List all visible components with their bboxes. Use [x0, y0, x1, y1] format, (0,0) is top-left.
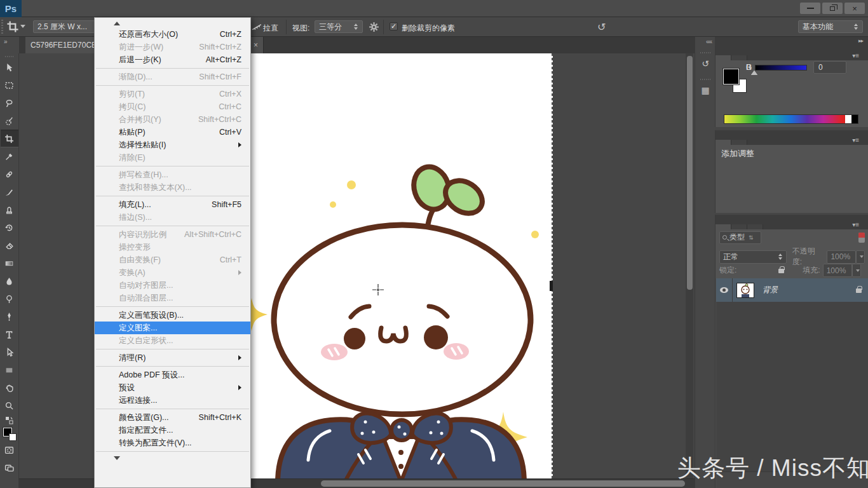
- layer-name[interactable]: 背景: [763, 285, 778, 295]
- edit-menu-item[interactable]: 填充(L)... Shift+F5: [95, 198, 250, 211]
- edit-menu-item[interactable]: 远程连接...: [95, 394, 250, 407]
- dock-collapse-arrows[interactable]: ««: [706, 38, 712, 45]
- blur-tool[interactable]: [1, 272, 18, 290]
- edit-menu-item[interactable]: [95, 304, 250, 309]
- dodge-tool[interactable]: [1, 290, 18, 308]
- edit-menu-item[interactable]: 选择性粘贴(I): [95, 139, 250, 151]
- edit-menu-item[interactable]: [95, 83, 250, 88]
- exposure[interactable]: [808, 161, 821, 173]
- vertical-scrollbar-thumb[interactable]: [687, 56, 693, 290]
- crop-preset-arrow-icon[interactable]: [20, 25, 25, 28]
- zoom-tool[interactable]: [1, 396, 18, 414]
- edit-menu-item[interactable]: [95, 449, 250, 454]
- horizontal-scrollbar-thumb[interactable]: [321, 480, 685, 487]
- edit-menu-item[interactable]: Adobe PDF 预设...: [95, 369, 250, 381]
- move-tool[interactable]: [1, 58, 18, 76]
- quick-select-tool[interactable]: [1, 112, 18, 130]
- posterize[interactable]: [764, 196, 778, 208]
- white-swatch[interactable]: [845, 115, 851, 123]
- edit-menu-item[interactable]: 自动混合图层...: [95, 292, 250, 304]
- delete-cropped-pixels-label[interactable]: 删除裁剪的像素: [402, 23, 455, 34]
- close-button[interactable]: ×: [844, 3, 865, 14]
- panel-tab[interactable]: [715, 224, 731, 229]
- eraser-tool[interactable]: [1, 236, 18, 254]
- reset-tool-icon[interactable]: ↺: [597, 21, 606, 33]
- edit-menu-item[interactable]: 自动对齐图层...: [95, 279, 250, 292]
- path-select-tool[interactable]: [1, 343, 18, 361]
- edit-menu-item[interactable]: 还原画布大小(O) Ctrl+Z: [95, 28, 250, 41]
- edit-menu-item[interactable]: 颜色设置(G)... Shift+Ctrl+K: [95, 411, 250, 424]
- edit-menu-item[interactable]: 剪切(T) Ctrl+X: [95, 88, 250, 100]
- eye-icon[interactable]: [720, 287, 728, 293]
- edit-menu-item[interactable]: 后退一步(K) Alt+Ctrl+Z: [95, 53, 250, 66]
- eyedropper-tool[interactable]: [1, 147, 18, 165]
- edit-menu-item[interactable]: 拷贝(C) Ctrl+C: [95, 100, 250, 113]
- edit-menu-item[interactable]: 定义自定形状...: [95, 334, 250, 347]
- gradient-tool[interactable]: [1, 254, 18, 272]
- photo-filter[interactable]: [798, 179, 811, 191]
- background-color-swatch[interactable]: [9, 433, 17, 441]
- levels[interactable]: [764, 161, 778, 173]
- black-white[interactable]: [776, 179, 790, 191]
- minimize-button[interactable]: [800, 3, 820, 14]
- straighten-label[interactable]: 拉直: [263, 23, 278, 34]
- panel-tab[interactable]: [747, 224, 763, 229]
- brush-tool[interactable]: [1, 183, 18, 201]
- panel-menu-icon[interactable]: ▾≡: [852, 218, 864, 228]
- foreground-background-swatches[interactable]: [3, 427, 17, 441]
- shape-tool[interactable]: [1, 361, 18, 379]
- panel-tab[interactable]: [731, 224, 747, 229]
- type-tool[interactable]: [1, 325, 18, 343]
- restore-button[interactable]: [822, 3, 843, 14]
- clone-stamp-tool[interactable]: [1, 201, 18, 219]
- edit-menu-item[interactable]: 定义图案...: [95, 322, 250, 334]
- edit-menu-item[interactable]: 前进一步(W) Shift+Ctrl+Z: [95, 41, 250, 53]
- panel-tab[interactable]: [715, 140, 731, 145]
- edit-menu-item[interactable]: [95, 407, 250, 411]
- quick-mask-button[interactable]: [1, 441, 18, 459]
- edit-menu-item[interactable]: 清理(R): [95, 351, 250, 364]
- edit-menu-item[interactable]: 拼写检查(H)...: [95, 168, 250, 181]
- panel-tab[interactable]: [731, 55, 747, 60]
- pen-tool[interactable]: [1, 308, 18, 325]
- edit-menu-item[interactable]: 自由变换(F) Ctrl+T: [95, 254, 250, 266]
- background-layer-row[interactable]: 背景: [716, 278, 868, 302]
- edit-menu-item[interactable]: [95, 347, 250, 351]
- color-spectrum-ramp[interactable]: [724, 114, 858, 124]
- crop-tool[interactable]: [1, 130, 18, 147]
- marquee-tool[interactable]: [1, 76, 18, 94]
- delete-cropped-pixels-checkbox[interactable]: ✓: [390, 22, 398, 30]
- edit-menu-item[interactable]: 指定配置文件...: [95, 424, 250, 437]
- crop-options-gear-icon[interactable]: [369, 22, 379, 34]
- edit-menu-item[interactable]: 描边(S)...: [95, 211, 250, 224]
- edit-menu-item[interactable]: 操控变形: [95, 241, 250, 254]
- layer-visibility-cell[interactable]: [716, 278, 733, 302]
- invert[interactable]: [743, 196, 756, 208]
- gradient-map[interactable]: [808, 196, 821, 208]
- edit-menu-item[interactable]: 变换(A): [95, 266, 250, 279]
- history-brush-tool[interactable]: [1, 219, 18, 236]
- edit-menu-item[interactable]: 预设: [95, 381, 250, 394]
- workspace-switcher[interactable]: 基本功能: [798, 20, 863, 33]
- edit-menu-item[interactable]: 合并拷贝(Y) Shift+Ctrl+C: [95, 113, 250, 126]
- color-balance[interactable]: [755, 179, 768, 191]
- crop-overlay-view-dropdown[interactable]: 三等分: [315, 20, 363, 33]
- straighten-icon[interactable]: [252, 22, 262, 34]
- hue-saturation[interactable]: [733, 179, 747, 191]
- channel-slider-track[interactable]: [755, 65, 807, 71]
- channel-mixer[interactable]: [820, 179, 833, 191]
- channel-slider-thumb[interactable]: [751, 71, 757, 75]
- hand-tool[interactable]: [1, 379, 18, 396]
- fill-value[interactable]: 100%: [823, 264, 852, 277]
- foreground-color-swatch[interactable]: [723, 69, 739, 85]
- dock-expand-arrows[interactable]: ▸▸: [858, 37, 863, 44]
- edit-menu-item[interactable]: [95, 19, 250, 28]
- crop-tool-icon[interactable]: [6, 20, 19, 35]
- brightness-contrast[interactable]: [743, 161, 756, 173]
- edit-menu-item[interactable]: [95, 164, 250, 168]
- color-lookup[interactable]: [841, 179, 855, 191]
- history-panel-icon[interactable]: ↺: [698, 56, 713, 71]
- edit-menu-item[interactable]: [95, 454, 250, 463]
- lock-all-icon[interactable]: [775, 267, 787, 274]
- properties-panel-icon[interactable]: ▦: [698, 83, 713, 98]
